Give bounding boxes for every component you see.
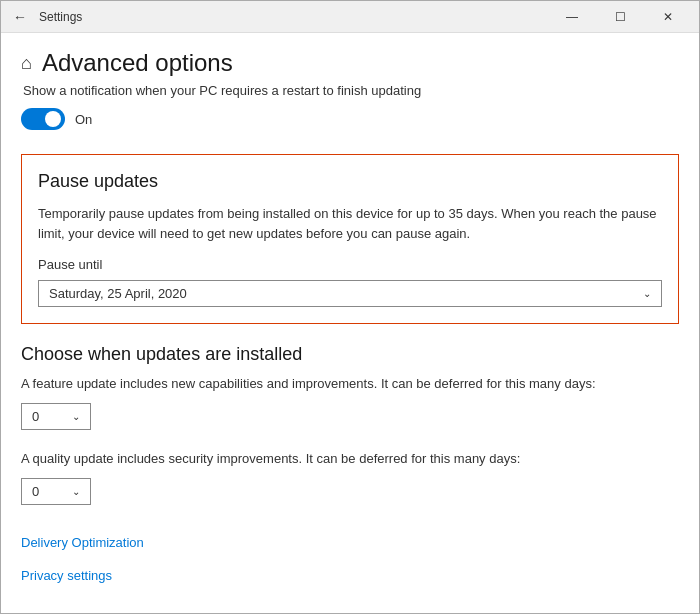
pause-section: Pause updates Temporarily pause updates …	[21, 154, 679, 324]
delivery-optimization-link[interactable]: Delivery Optimization	[21, 535, 679, 550]
page-title-row: ⌂ Advanced options	[21, 49, 679, 77]
pause-until-label: Pause until	[38, 257, 662, 272]
toggle-thumb	[45, 111, 61, 127]
home-icon[interactable]: ⌂	[21, 53, 32, 74]
toggle-row: On	[21, 108, 679, 130]
maximize-button[interactable]: ☐	[597, 1, 643, 33]
quality-dropdown-arrow: ⌄	[72, 486, 80, 497]
pause-dropdown-arrow: ⌄	[643, 288, 651, 299]
title-bar: ← Settings — ☐ ✕	[1, 1, 699, 33]
feature-days-value: 0	[32, 409, 39, 424]
page-title: Advanced options	[42, 49, 233, 77]
quality-days-value: 0	[32, 484, 39, 499]
content-area: ⌂ Advanced options Show a notification w…	[1, 33, 699, 613]
pause-until-dropdown[interactable]: Saturday, 25 April, 2020 ⌄	[38, 280, 662, 307]
quality-days-dropdown[interactable]: 0 ⌄	[21, 478, 91, 505]
toggle-track[interactable]	[21, 108, 65, 130]
pause-description: Temporarily pause updates from being ins…	[38, 204, 662, 243]
toggle-label: On	[75, 112, 92, 127]
pause-title: Pause updates	[38, 171, 662, 192]
choose-section: Choose when updates are installed A feat…	[1, 344, 699, 505]
pause-until-value: Saturday, 25 April, 2020	[49, 286, 187, 301]
choose-section-title: Choose when updates are installed	[21, 344, 679, 365]
quality-update-description: A quality update includes security impro…	[21, 450, 679, 468]
settings-window: ← Settings — ☐ ✕ ⌂ Advanced options Show…	[0, 0, 700, 614]
feature-dropdown-arrow: ⌄	[72, 411, 80, 422]
restart-notification-toggle[interactable]	[21, 108, 65, 130]
window-title: Settings	[39, 10, 82, 24]
notification-label: Show a notification when your PC require…	[21, 83, 679, 98]
feature-update-description: A feature update includes new capabiliti…	[21, 375, 679, 393]
back-button[interactable]: ←	[9, 5, 31, 29]
title-bar-left: ← Settings	[9, 5, 82, 29]
links-section: Delivery Optimization Privacy settings	[1, 525, 699, 613]
close-button[interactable]: ✕	[645, 1, 691, 33]
feature-days-dropdown[interactable]: 0 ⌄	[21, 403, 91, 430]
minimize-button[interactable]: —	[549, 1, 595, 33]
privacy-settings-link[interactable]: Privacy settings	[21, 568, 679, 583]
title-bar-controls: — ☐ ✕	[549, 1, 691, 33]
header-section: ⌂ Advanced options Show a notification w…	[1, 33, 699, 154]
